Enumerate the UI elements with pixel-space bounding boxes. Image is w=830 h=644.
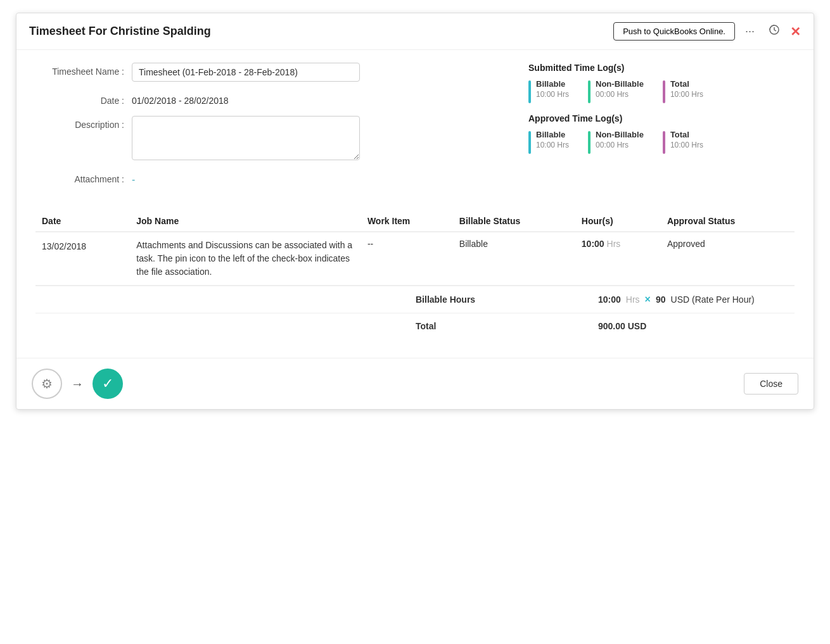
timesheet-name-label: Timesheet Name : [35,63,124,77]
approved-billable-label: Billable [536,130,569,139]
more-options-button[interactable]: ··· [741,23,758,39]
approve-button[interactable]: ✓ [93,369,123,399]
quickbooks-button[interactable]: Push to QuickBooks Online. [613,22,735,41]
submitted-logs-title: Submitted Time Log(s) [528,63,795,73]
timesheet-name-input[interactable] [132,63,360,82]
attachment-value: - [132,170,135,186]
description-input[interactable] [132,116,360,160]
description-label: Description : [35,116,124,130]
approved-billable-hrs: 10:00 Hrs [536,141,569,149]
approved-total-label: Total [670,130,703,139]
cell-approval: Approved [661,232,795,286]
submitted-total-hrs: 10:00 Hrs [670,90,703,99]
submitted-billable-label: Billable [536,79,569,89]
billable-hours-label: Billable Hours [416,294,475,305]
col-work-item: Work Item [361,211,453,232]
total-label: Total [416,321,436,331]
submitted-billable-hrs: 10:00 Hrs [536,90,569,99]
date-value: 01/02/2018 - 28/02/2018 [132,92,229,106]
approved-logs-title: Approved Time Log(s) [528,113,795,123]
date-label: Date : [35,92,124,106]
approved-nonbillable-label: Non-Billable [596,130,644,139]
timesheet-table: Date Job Name Work Item Billable Status … [35,211,795,286]
modal-title: Timesheet For Christine Spalding [29,25,211,38]
total-value: 900.00 USD [598,321,646,331]
check-icon: ✓ [102,376,113,392]
cell-date: 13/02/2018 [35,232,130,286]
submitted-nonbillable-hrs: 00:00 Hrs [596,90,644,99]
cell-hours: 10:00 Hrs [575,232,661,286]
multiply-icon: × [645,294,651,305]
attachment-label: Attachment : [35,170,124,184]
table-row: 13/02/2018 Attachments and Discussions c… [35,232,795,286]
rate-label: USD (Rate Per Hour) [671,294,755,305]
billable-hours-unit: Hrs [626,294,640,305]
col-billable-status: Billable Status [453,211,575,232]
submitted-nonbillable-label: Non-Billable [596,79,644,89]
arrow-icon: → [71,377,84,391]
cell-job: Attachments and Discussions can be assoc… [130,232,361,286]
gear-icon: ⚙ [41,376,53,391]
cell-work-item: -- [361,232,453,286]
rate-value: 90 [656,294,666,305]
col-job: Job Name [130,211,361,232]
history-button[interactable] [765,23,784,40]
cell-billable-status: Billable [453,232,575,286]
gear-button[interactable]: ⚙ [32,369,62,399]
approved-total-hrs: 10:00 Hrs [670,141,703,149]
billable-hours-value: 10:00 [598,294,621,305]
approved-nonbillable-hrs: 00:00 Hrs [596,141,644,149]
col-date: Date [35,211,130,232]
col-hours: Hour(s) [575,211,661,232]
close-button[interactable]: Close [744,373,798,395]
close-x-button[interactable]: ✕ [790,24,801,39]
submitted-total-label: Total [670,79,703,89]
workflow-icons: ⚙ → ✓ [32,369,123,399]
col-approval-status: Approval Status [661,211,795,232]
